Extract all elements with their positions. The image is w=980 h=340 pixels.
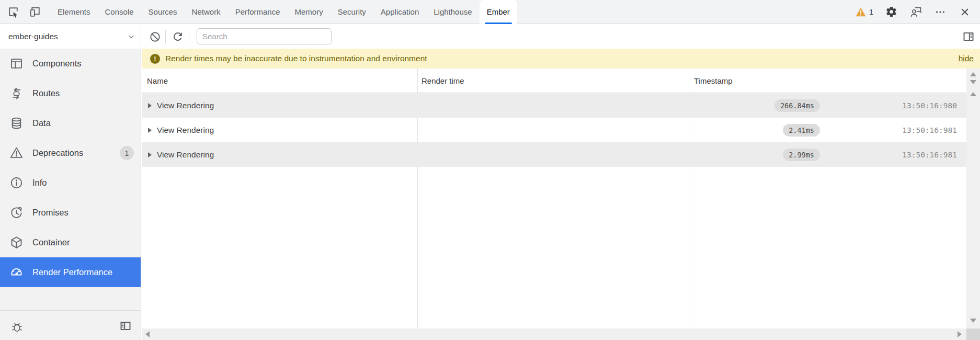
tab-label: Lighthouse	[434, 7, 472, 16]
ember-toolbar: ember-guides	[0, 25, 980, 49]
scroll-down-icon[interactable]	[970, 319, 976, 323]
sidebar-item-info[interactable]: Info	[0, 168, 141, 198]
sidebar-item-container[interactable]: Container	[0, 228, 141, 257]
table-row[interactable]: View Rendering 266.84ms 13:50:16:980	[142, 93, 966, 118]
tab-label: Ember	[487, 7, 510, 16]
banner-hide-link[interactable]: hide	[959, 54, 974, 63]
devtools-tabbar: Elements Console Sources Network Perform…	[0, 0, 980, 24]
components-icon	[9, 56, 24, 71]
device-toolbar-icon[interactable]	[28, 5, 42, 19]
column-header-name[interactable]: Name	[147, 69, 168, 93]
inspect-icon[interactable]	[6, 5, 20, 19]
tab-list: Elements Console Sources Network Perform…	[50, 0, 517, 24]
active-tab-underline	[485, 22, 512, 24]
table-row[interactable]: View Rendering 2.41ms 13:50:16:981	[142, 118, 966, 142]
search-input[interactable]	[197, 28, 332, 44]
expand-caret-icon[interactable]	[148, 103, 152, 108]
sidebar-footer-divider	[0, 310, 141, 311]
horizontal-scrollbar[interactable]	[142, 328, 966, 340]
sidebar-item-render-performance[interactable]: Render Performance	[0, 257, 141, 287]
row-name: View Rendering	[157, 101, 214, 110]
ember-sidebar: Components Routes	[0, 49, 141, 340]
row-timestamp: 13:50:16:981	[689, 151, 966, 159]
vertical-scrollbar[interactable]	[966, 69, 980, 328]
data-icon	[9, 116, 24, 130]
scroll-left-icon[interactable]	[145, 331, 150, 337]
render-performance-icon	[9, 265, 24, 279]
row-timestamp: 13:50:16:981	[689, 126, 966, 134]
sidebar-item-label: Deprecations	[32, 148, 83, 158]
scroll-up-icon[interactable]	[970, 92, 976, 96]
tab-label: Network	[192, 7, 221, 16]
column-header-timestamp[interactable]: Timestamp	[694, 69, 733, 93]
row-name: View Rendering	[157, 150, 214, 160]
tab-label: Performance	[235, 7, 280, 16]
tab-label: Sources	[149, 7, 177, 16]
warning-icon	[856, 7, 866, 17]
app-selector-dropdown[interactable]: ember-guides	[0, 25, 141, 49]
refresh-icon[interactable]	[172, 30, 184, 43]
tabbar-right-controls: 1	[856, 5, 980, 19]
tab-label: Application	[381, 7, 419, 16]
chevron-down-icon	[127, 32, 135, 43]
sidebar-item-routes[interactable]: Routes	[0, 78, 141, 108]
sidebar-item-data[interactable]: Data	[0, 108, 141, 138]
tab-memory[interactable]: Memory	[288, 0, 331, 24]
tab-application[interactable]: Application	[373, 0, 426, 24]
close-icon[interactable]	[958, 5, 972, 19]
promises-icon	[9, 206, 24, 220]
deprecations-icon	[9, 146, 24, 160]
expand-caret-icon[interactable]	[148, 128, 152, 133]
tab-label: Security	[338, 7, 366, 16]
settings-gear-icon[interactable]	[884, 5, 898, 19]
column-header-render-time[interactable]: Render time	[421, 69, 464, 93]
sidebar-item-label: Routes	[32, 88, 60, 98]
app-selector-value: ember-guides	[8, 32, 58, 41]
deprecations-count-badge: 1	[120, 146, 134, 160]
alert-circle-icon: !	[150, 54, 160, 64]
clear-icon[interactable]	[149, 30, 161, 43]
scroll-right-icon[interactable]	[958, 331, 962, 337]
banner-message: Render times may be inaccurate due to in…	[165, 54, 427, 63]
expand-caret-icon[interactable]	[148, 152, 152, 157]
table-header: Name Render time Timestamp	[142, 69, 966, 93]
tab-security[interactable]: Security	[331, 0, 373, 24]
tab-label: Console	[105, 7, 134, 16]
toolbar-divider	[189, 30, 189, 43]
scroll-down-icon[interactable]	[970, 80, 976, 84]
sidebar-item-deprecations[interactable]: Deprecations 1	[0, 138, 141, 168]
sidebar-item-label: Render Performance	[32, 267, 112, 277]
sidebar-item-label: Info	[32, 178, 47, 188]
warnings-indicator[interactable]: 1	[856, 7, 873, 17]
tab-performance[interactable]: Performance	[228, 0, 288, 24]
feedback-icon[interactable]	[909, 5, 922, 19]
more-menu-icon[interactable]	[933, 5, 947, 19]
tab-label: Memory	[295, 7, 323, 16]
toggle-right-panel-icon[interactable]	[962, 30, 975, 43]
tab-sources[interactable]: Sources	[141, 0, 185, 24]
render-warning-banner: ! Render times may be inaccurate due to …	[142, 49, 980, 69]
container-icon	[9, 235, 24, 250]
tab-network[interactable]: Network	[185, 0, 228, 24]
routes-icon	[9, 86, 24, 100]
sidebar-item-label: Components	[32, 59, 82, 69]
tab-ember[interactable]: Ember	[480, 0, 517, 24]
tab-lighthouse[interactable]: Lighthouse	[426, 0, 479, 24]
sidebar-item-label: Promises	[32, 208, 69, 218]
toggle-left-panel-icon[interactable]	[119, 319, 132, 333]
sidebar-item-label: Data	[32, 118, 51, 128]
scroll-up-icon[interactable]	[970, 72, 976, 76]
warning-count: 1	[869, 8, 873, 16]
scrollbar-corner	[966, 328, 980, 340]
tab-elements[interactable]: Elements	[50, 0, 98, 24]
sidebar-item-label: Container	[32, 237, 70, 247]
sidebar-item-promises[interactable]: Promises	[0, 198, 141, 228]
sidebar-item-components[interactable]: Components	[0, 49, 141, 78]
devtools-window: Elements Console Sources Network Perform…	[0, 0, 980, 340]
toolbar-divider	[165, 30, 166, 43]
table-row[interactable]: View Rendering 2.99ms 13:50:16:981	[142, 142, 966, 167]
tab-console[interactable]: Console	[98, 0, 141, 24]
info-icon	[9, 176, 24, 190]
row-timestamp: 13:50:16:980	[689, 101, 966, 110]
bug-icon[interactable]	[10, 320, 24, 333]
